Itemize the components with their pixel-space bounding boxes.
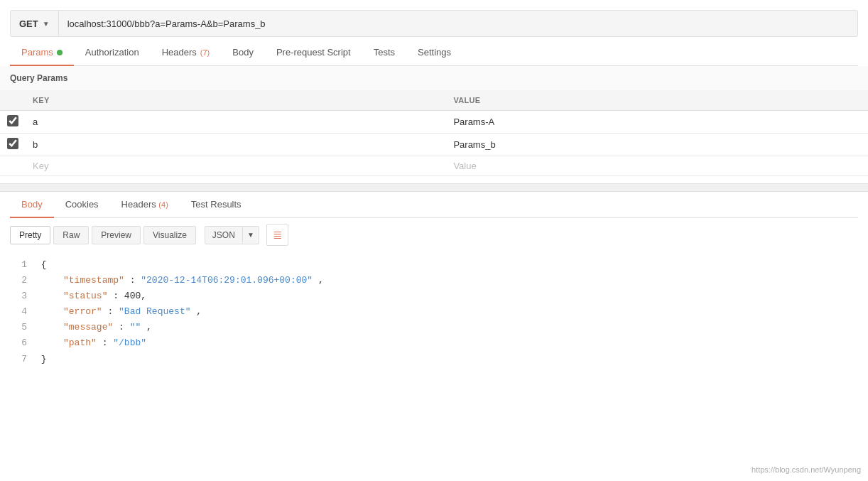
json-line-5: 5 "message" : "" , (10, 320, 858, 335)
json-colon: : (113, 291, 124, 301)
row1-key-cell: a (26, 111, 446, 134)
json-val-status: 400, (124, 291, 146, 301)
row1-param-value: Params-A (453, 117, 494, 127)
visualize-button[interactable]: Visualize (143, 226, 196, 244)
json-line-6: 6 "path" : "/bbb" (10, 335, 858, 351)
url-bar: GET ▼ (10, 10, 858, 37)
row2-check-cell (0, 134, 26, 156)
json-val-message: "" (130, 322, 141, 333)
col-check-header (0, 90, 26, 111)
response-tab-headers[interactable]: Headers (4) (110, 192, 180, 218)
wrap-icon: ≣ (273, 228, 282, 242)
json-val-timestamp: "2020-12-14T06:29:01.096+00:00" (141, 275, 313, 286)
line-num: 1 (10, 257, 27, 273)
tab-settings[interactable]: Settings (406, 40, 462, 66)
response-headers-badge: (4) (158, 200, 168, 209)
format-dropdown-label: JSON (205, 227, 242, 244)
tab-authorization[interactable]: Authorization (74, 40, 151, 66)
section-divider (0, 183, 868, 192)
tab-headers-label: Headers (162, 47, 197, 58)
key-placeholder: Key (33, 161, 48, 171)
tab-tests-label: Tests (374, 47, 395, 58)
tab-prerequest[interactable]: Pre-request Script (265, 40, 362, 66)
row2-key-cell: b (26, 134, 446, 156)
request-tabs: Params Authorization Headers (7) Body Pr… (10, 40, 858, 66)
query-params-header: Query Params (0, 66, 868, 90)
response-cookies-label: Cookies (65, 199, 99, 210)
json-comma: , (146, 322, 152, 333)
table-row: a Params-A (0, 111, 868, 134)
raw-button[interactable]: Raw (53, 226, 89, 244)
row1-checkbox[interactable] (7, 115, 18, 126)
headers-badge: (7) (200, 48, 210, 57)
table-header-row: KEY VALUE (0, 90, 868, 111)
json-val-path: "/bbb" (113, 337, 146, 348)
table-row-empty: Key Value (0, 156, 868, 176)
json-colon: : (102, 337, 114, 348)
chevron-down-icon: ▼ (242, 227, 259, 242)
json-colon: : (119, 322, 130, 333)
row-empty-value-cell: Value (446, 156, 868, 176)
query-params-label: Query Params (10, 73, 67, 83)
col-key-header: KEY (26, 90, 446, 111)
tab-settings-label: Settings (418, 47, 451, 58)
table-row: b Params_b (0, 134, 868, 156)
tab-body[interactable]: Body (221, 40, 265, 66)
value-placeholder: Value (453, 161, 476, 171)
params-table: KEY VALUE a Params-A b (0, 90, 868, 176)
response-tab-testresults[interactable]: Test Results (180, 192, 253, 218)
line-num: 4 (10, 304, 27, 320)
tab-body-label: Body (232, 47, 254, 58)
row2-param-value: Params_b (453, 139, 495, 150)
response-tabs: Body Cookies Headers (4) Test Results (10, 192, 858, 218)
json-open-brace: { (41, 259, 47, 270)
json-line-3: 3 "status" : 400, (10, 288, 858, 304)
format-dropdown[interactable]: JSON ▼ (205, 226, 259, 244)
method-label: GET (19, 18, 38, 29)
response-body-label: Body (21, 199, 43, 210)
json-line-7: 7 } (10, 352, 858, 367)
json-key-error: "error" (41, 306, 102, 317)
tab-tests[interactable]: Tests (362, 40, 406, 66)
response-tab-cookies[interactable]: Cookies (54, 192, 110, 218)
json-close-brace: } (41, 354, 47, 364)
line-num: 3 (10, 288, 27, 304)
json-colon: : (107, 306, 119, 317)
url-input[interactable] (59, 18, 857, 29)
tab-params-label: Params (21, 47, 53, 58)
row1-key-value: a (33, 117, 38, 127)
response-tab-body[interactable]: Body (10, 192, 54, 218)
json-key-status: "status" (41, 291, 108, 301)
preview-button[interactable]: Preview (92, 226, 141, 244)
row2-key-value: b (33, 139, 38, 150)
method-select[interactable]: GET ▼ (11, 11, 59, 36)
json-key-timestamp: "timestamp" (41, 275, 124, 286)
json-comma: , (196, 306, 202, 317)
tab-authorization-label: Authorization (85, 47, 139, 58)
json-viewer: 1 { 2 "timestamp" : "2020-12-14T06:29:01… (0, 252, 868, 373)
row-empty-key-cell: Key (26, 156, 446, 176)
json-line-4: 4 "error" : "Bad Request" , (10, 304, 858, 320)
tab-headers[interactable]: Headers (7) (151, 40, 222, 66)
response-toolbar: Pretty Raw Preview Visualize JSON ▼ ≣ (0, 218, 868, 252)
col-value-header: VALUE (446, 90, 868, 111)
line-num: 7 (10, 352, 27, 367)
line-num: 6 (10, 335, 27, 351)
json-comma: , (318, 275, 324, 286)
wrap-button[interactable]: ≣ (266, 224, 288, 246)
line-num: 5 (10, 320, 27, 335)
row2-value-cell: Params_b (446, 134, 868, 156)
params-dot (57, 50, 63, 55)
tab-prerequest-label: Pre-request Script (276, 47, 351, 58)
row2-checkbox[interactable] (7, 138, 18, 149)
json-val-error: "Bad Request" (119, 306, 190, 317)
json-key-path: "path" (41, 337, 97, 348)
row1-check-cell (0, 111, 26, 134)
json-key-message: "message" (41, 322, 113, 333)
pretty-button[interactable]: Pretty (10, 226, 50, 244)
line-num: 2 (10, 273, 27, 288)
json-line-2: 2 "timestamp" : "2020-12-14T06:29:01.096… (10, 273, 858, 288)
tab-params[interactable]: Params (10, 40, 74, 66)
response-testresults-label: Test Results (191, 199, 242, 210)
row-empty-check-cell (0, 156, 26, 176)
